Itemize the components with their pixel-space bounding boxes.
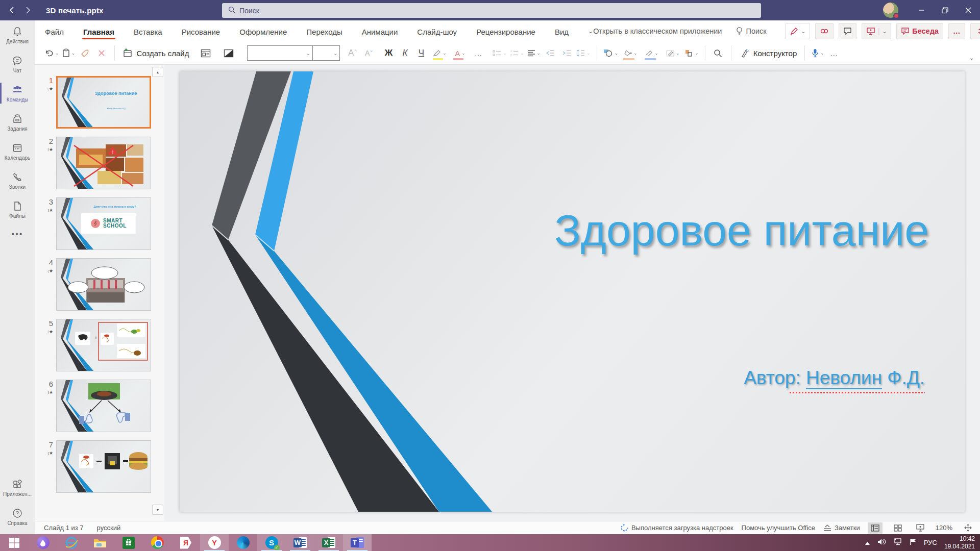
- increase-indent-button[interactable]: [560, 45, 573, 61]
- slide-thumbnail-3[interactable]: 3⁝★ Для чего она нужна и кому? § SMARTSC…: [35, 197, 164, 250]
- close-file-button[interactable]: Закрыть: [970, 23, 980, 39]
- slide-thumbnail-5[interactable]: 5⁝★ +: [35, 319, 164, 371]
- italic-button[interactable]: К: [398, 45, 411, 61]
- start-button[interactable]: [0, 534, 29, 551]
- font-name-combobox[interactable]: ⌄: [248, 46, 313, 60]
- line-spacing-button[interactable]: ⌄: [576, 45, 591, 61]
- tab-animations[interactable]: Анимации: [361, 23, 399, 40]
- paste-button[interactable]: ⌄: [62, 45, 76, 61]
- tabs-overflow-chevron-icon[interactable]: ⌄: [588, 28, 593, 35]
- slideshow-view-button[interactable]: [913, 522, 927, 534]
- find-button[interactable]: [712, 45, 725, 61]
- shape-outline-button[interactable]: ⌄: [643, 45, 661, 61]
- close-window-button[interactable]: [957, 0, 980, 20]
- notes-toggle[interactable]: Заметки: [823, 524, 860, 532]
- teams-search-input[interactable]: Поиск: [222, 3, 761, 18]
- arrange-button[interactable]: ⌄: [684, 45, 699, 61]
- network-icon[interactable]: [893, 538, 902, 547]
- taskbar-explorer-button[interactable]: [86, 534, 114, 551]
- taskbar-skype-button[interactable]: S✓: [257, 534, 286, 551]
- improve-office-link[interactable]: Помочь улучшить Office: [742, 524, 815, 532]
- highlight-button[interactable]: ⌄: [431, 45, 448, 61]
- slide-thumbnail-7[interactable]: 7⁝★: [35, 440, 164, 493]
- minimize-button[interactable]: [910, 0, 933, 20]
- bold-button[interactable]: Ж: [382, 45, 395, 61]
- fit-to-window-button[interactable]: [961, 522, 975, 534]
- inking-pen-button[interactable]: ⌄: [785, 23, 810, 39]
- taskbar-ie-button[interactable]: [57, 534, 86, 551]
- tab-home[interactable]: Главная: [82, 23, 115, 40]
- slide-thumbnail-2[interactable]: 2⁝★ !: [35, 137, 164, 189]
- conversation-button[interactable]: Беседа: [896, 23, 943, 39]
- comments-button[interactable]: [839, 23, 856, 39]
- forward-button[interactable]: [26, 6, 31, 14]
- slide-title[interactable]: Здоровое питание: [554, 205, 929, 256]
- sidebar-item-chat[interactable]: Чат: [0, 49, 35, 79]
- taskbar-edge-button[interactable]: [229, 534, 257, 551]
- numbering-button[interactable]: 12 ⌄: [510, 45, 524, 61]
- taskbar-teams-button[interactable]: T: [343, 534, 372, 551]
- ribbon-search[interactable]: Поиск: [736, 27, 766, 36]
- collapse-ribbon-chevron-icon[interactable]: ⌄: [969, 55, 974, 61]
- slide-thumbnail-1[interactable]: 1⁝★ Здоровое питание Автор: Неволин Ф.Д.: [35, 76, 164, 129]
- share-link-button[interactable]: [815, 23, 834, 39]
- shapes-button[interactable]: ⌄: [603, 45, 619, 61]
- new-slide-button[interactable]: Создать слайд: [122, 48, 189, 58]
- taskbar-store-button[interactable]: [114, 534, 143, 551]
- normal-view-button[interactable]: [868, 522, 883, 534]
- tab-review[interactable]: Рецензирование: [475, 23, 536, 40]
- bullets-button[interactable]: ⌄: [493, 45, 507, 61]
- shrink-font-button[interactable]: A˅: [362, 45, 375, 61]
- taskbar-chrome-button[interactable]: [143, 534, 172, 551]
- slide-sorter-view-button[interactable]: [891, 522, 905, 534]
- tray-show-hidden-button[interactable]: [865, 538, 870, 547]
- draw-pen-button[interactable]: ⌄: [664, 45, 681, 61]
- zoom-level[interactable]: 120%: [936, 524, 952, 532]
- tab-slideshow[interactable]: Слайд-шоу: [416, 23, 458, 40]
- action-center-flag-icon[interactable]: [910, 538, 917, 547]
- thumbnails-scroll-down-button[interactable]: ▼: [152, 505, 163, 515]
- open-in-desktop-link[interactable]: Открыть в классическом приложении: [593, 27, 722, 35]
- underline-button[interactable]: Ч: [414, 45, 428, 61]
- delete-button[interactable]: [95, 45, 108, 61]
- sidebar-item-apps[interactable]: Приложен...: [0, 473, 35, 502]
- undo-button[interactable]: ⌄: [44, 45, 59, 61]
- tab-draw[interactable]: Рисование: [181, 23, 222, 40]
- tab-file[interactable]: Файл: [44, 23, 65, 40]
- language-indicator[interactable]: русский: [97, 524, 121, 532]
- sidebar-item-assignments[interactable]: Задания: [0, 108, 35, 137]
- taskbar-assistant-button[interactable]: [29, 534, 57, 551]
- sidebar-item-help[interactable]: ? Справка: [0, 502, 35, 531]
- tab-insert[interactable]: Вставка: [133, 23, 163, 40]
- volume-icon[interactable]: [877, 538, 886, 547]
- grow-font-button[interactable]: A˄: [346, 45, 359, 61]
- shape-fill-button[interactable]: ⌄: [621, 45, 640, 61]
- tab-design[interactable]: Оформление: [238, 23, 288, 40]
- thumbnails-scroll-up-button[interactable]: ▲: [152, 67, 163, 77]
- sidebar-item-files[interactable]: Файлы: [0, 195, 35, 224]
- taskbar-clock[interactable]: 10:42 19.04.2021: [944, 535, 975, 550]
- sidebar-item-calendar[interactable]: Календарь: [0, 137, 35, 166]
- slide-author[interactable]: Автор: Неволин Ф.Д.: [744, 367, 925, 389]
- restore-button[interactable]: [933, 0, 957, 20]
- present-button[interactable]: | ⌄: [862, 23, 891, 39]
- dictate-button[interactable]: ⌄: [811, 45, 824, 61]
- slide-thumbnail-6[interactable]: 6⁝★: [35, 380, 164, 432]
- taskbar-yandex-legacy-button[interactable]: Я: [172, 534, 200, 551]
- taskbar-excel-button[interactable]: X: [314, 534, 343, 551]
- sidebar-item-more[interactable]: •••: [0, 224, 35, 244]
- tab-view[interactable]: Вид: [554, 23, 570, 40]
- font-color-button[interactable]: А ⌄: [451, 45, 469, 61]
- avatar[interactable]: [883, 3, 898, 18]
- language-switcher[interactable]: РУС: [924, 539, 937, 546]
- format-painter-button[interactable]: [79, 45, 92, 61]
- current-slide[interactable]: Здоровое питание Автор: Неволин Ф.Д.: [180, 71, 965, 512]
- slide-thumbnail-4[interactable]: 4⁝★: [35, 258, 164, 311]
- font-more-button[interactable]: …: [472, 45, 485, 61]
- back-button[interactable]: [9, 6, 14, 14]
- tab-transitions[interactable]: Переходы: [305, 23, 343, 40]
- align-button[interactable]: ⌄: [527, 45, 541, 61]
- designer-button[interactable]: Конструктор: [739, 48, 797, 58]
- decrease-indent-button[interactable]: [544, 45, 557, 61]
- sidebar-item-teams[interactable]: Команды: [0, 79, 35, 108]
